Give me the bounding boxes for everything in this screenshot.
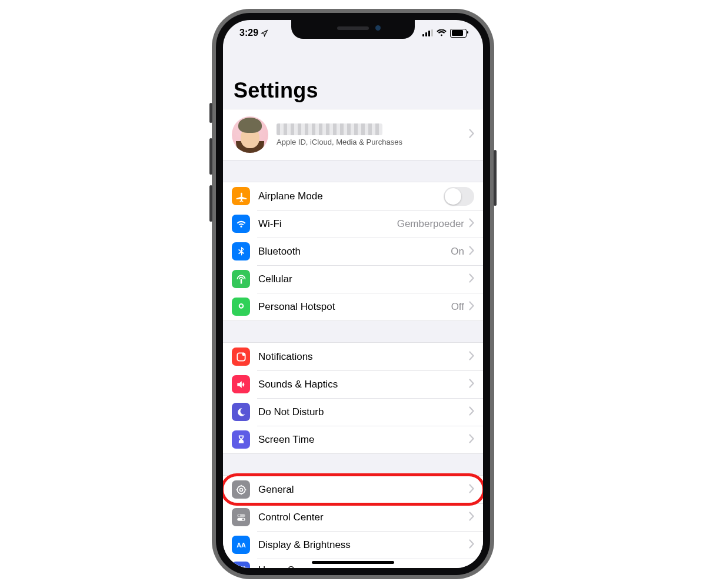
svg-point-10: [238, 514, 240, 516]
row-detail: Off: [451, 301, 464, 313]
row-bluetooth[interactable]: Bluetooth On: [223, 238, 483, 265]
row-wifi[interactable]: Wi-Fi Gemberpoeder: [223, 210, 483, 238]
row-cellular[interactable]: Cellular: [223, 265, 483, 293]
sounds-icon: [232, 375, 250, 393]
row-screentime[interactable]: Screen Time: [223, 426, 483, 453]
hotspot-icon: [232, 298, 250, 316]
apple-id-row[interactable]: Apple ID, iCloud, Media & Purchases: [223, 109, 483, 161]
volume-up-button: [209, 138, 212, 175]
notifications-icon: [232, 348, 250, 366]
airplane-toggle[interactable]: [444, 187, 474, 206]
row-label: Bluetooth: [258, 246, 451, 258]
row-sounds[interactable]: Sounds & Haptics: [223, 370, 483, 398]
screen: 3:29 Settings Apple: [223, 20, 483, 568]
chevron-right-icon: [469, 484, 474, 496]
home-screen-icon: [232, 562, 250, 569]
row-label: Control Center: [258, 512, 469, 523]
chevron-right-icon: [469, 434, 474, 446]
cellular-icon: [232, 270, 250, 288]
bluetooth-icon: [232, 242, 250, 260]
row-label: Notifications: [258, 351, 469, 363]
apple-id-subtitle: Apple ID, iCloud, Media & Purchases: [277, 138, 469, 146]
volume-down-button: [209, 185, 212, 222]
row-general[interactable]: General: [223, 476, 483, 503]
redacted-name: [277, 123, 382, 135]
row-label: Display & Brightness: [258, 539, 469, 551]
row-detail: On: [451, 246, 464, 258]
row-label: Sounds & Haptics: [258, 379, 469, 390]
chevron-right-icon: [469, 512, 474, 523]
svg-point-3: [239, 488, 242, 491]
svg-rect-14: [240, 566, 242, 568]
row-label: Home Screen: [258, 564, 469, 568]
chevron-right-icon: [469, 129, 474, 141]
settings-group-connectivity: Airplane Mode Wi-Fi Gemberpoeder Bluetoo…: [223, 182, 483, 321]
general-icon: [232, 480, 250, 499]
row-label: Cellular: [258, 273, 469, 285]
row-hotspot[interactable]: Personal Hotspot Off: [223, 293, 483, 320]
dnd-icon: [232, 403, 250, 421]
power-button: [494, 150, 497, 206]
chevron-right-icon: [469, 301, 474, 313]
row-label: Wi-Fi: [258, 218, 397, 230]
row-label: Do Not Disturb: [258, 406, 469, 418]
wifi-settings-icon: [232, 215, 250, 233]
chevron-right-icon: [469, 273, 474, 285]
wifi-icon: [437, 29, 447, 36]
chevron-right-icon: [469, 351, 474, 363]
chevron-right-icon: [469, 539, 474, 551]
notch: [291, 20, 415, 39]
svg-point-2: [237, 486, 245, 493]
row-airplane[interactable]: Airplane Mode: [223, 182, 483, 210]
svg-rect-13: [237, 566, 239, 568]
chevron-right-icon: [469, 246, 474, 258]
settings-group-system: General Control Center AA Display & Brig…: [223, 475, 483, 568]
page-title: Settings: [234, 78, 483, 103]
control-center-icon: [232, 508, 250, 526]
phone-frame: 3:29 Settings Apple: [212, 9, 494, 579]
row-label: Screen Time: [258, 434, 469, 446]
row-detail: Gemberpoeder: [397, 218, 464, 230]
home-indicator[interactable]: [312, 561, 394, 564]
status-time: 3:29: [239, 28, 258, 38]
svg-point-11: [242, 518, 244, 520]
svg-text:AA: AA: [237, 542, 246, 549]
row-label: General: [258, 484, 469, 496]
chevron-right-icon: [469, 379, 474, 390]
row-display[interactable]: AA Display & Brightness: [223, 531, 483, 559]
settings-group-alerts: Notifications Sounds & Haptics Do Not Di…: [223, 342, 483, 454]
airplane-icon: [232, 187, 250, 205]
row-label: Personal Hotspot: [258, 301, 451, 313]
avatar: [232, 116, 268, 153]
cellular-signal-icon: [422, 29, 433, 36]
svg-point-1: [242, 352, 245, 355]
chevron-right-icon: [469, 218, 474, 230]
row-label: Airplane Mode: [258, 191, 444, 202]
svg-rect-15: [243, 566, 245, 568]
row-notifications[interactable]: Notifications: [223, 343, 483, 370]
mute-switch: [209, 103, 212, 123]
location-icon: [261, 29, 268, 37]
chevron-right-icon: [469, 564, 474, 568]
row-control-center[interactable]: Control Center: [223, 503, 483, 531]
chevron-right-icon: [469, 406, 474, 418]
battery-icon: [450, 29, 467, 38]
screentime-icon: [232, 430, 250, 449]
display-icon: AA: [232, 536, 250, 554]
row-dnd[interactable]: Do Not Disturb: [223, 398, 483, 426]
